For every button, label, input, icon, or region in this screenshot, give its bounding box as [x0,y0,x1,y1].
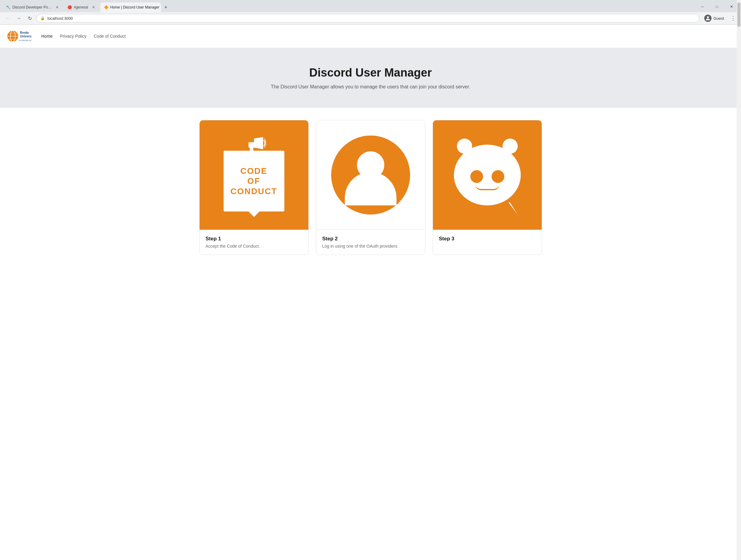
tab-1[interactable]: 🔧 Discord Developer Portal — My / ✕ [2,2,63,12]
card-2-step: Step 2 [322,236,419,242]
window-controls: ─ □ ✕ [695,2,739,12]
card-3-body: Step 3 [433,230,542,250]
tab-3[interactable]: 🔶 Home | Discord User Manager ✕ [100,2,161,12]
lock-icon: 🔒 [41,16,45,20]
cards-section: CODE OF CONDUCT Step 1 Accept the Code o… [0,108,741,267]
hero-title: Discord User Manager [6,66,735,79]
svg-rect-9 [249,142,255,148]
coc-illustration: CODE OF CONDUCT [200,120,309,230]
tab-2-favicon: 🔴 [67,5,72,9]
card-3: Step 3 [432,120,542,255]
page-content: Breda University OF APPLIED SCIENCES Hom… [0,24,741,267]
tab-1-label: Discord Developer Portal — My / [12,5,52,9]
tab-3-label: Home | Discord User Manager [110,5,159,9]
scrollbar-thumb[interactable] [737,2,740,27]
discord-right-eye [491,170,504,183]
refresh-button[interactable]: ↻ [25,14,34,22]
nav-link-code-of-conduct[interactable]: Code of Conduct [94,34,126,39]
new-tab-button[interactable]: + [161,3,170,11]
nav-links: Home Privacy Policy Code of Conduct [41,34,126,39]
back-button[interactable]: ← [4,14,12,22]
scrollbar[interactable] [737,0,741,267]
card-1: CODE OF CONDUCT Step 1 Accept the Code o… [199,120,309,255]
browser-chrome: 🔧 Discord Developer Portal — My / ✕ 🔴 #g… [0,0,741,24]
minimize-button[interactable]: ─ [695,2,710,11]
tab-3-favicon: 🔶 [104,5,109,9]
tab-bar: 🔧 Discord Developer Portal — My / ✕ 🔴 #g… [0,0,741,12]
svg-text:University: University [20,35,31,38]
hero-subtitle: The Discord User Manager allows you to m… [6,84,735,89]
tab-1-favicon: 🔧 [6,5,11,9]
user-body [345,172,397,205]
svg-marker-8 [254,137,263,149]
card-1-desc: Accept the Code of Conduct. [206,244,302,249]
profile-name: Guest [713,16,724,21]
address-bar: ← → ↻ 🔒 localhost:3000 Guest ⋮ [0,12,741,24]
user-circle [331,135,410,214]
profile-area[interactable]: Guest [702,14,726,22]
card-1-image: CODE OF CONDUCT [200,120,309,230]
card-1-body: Step 1 Accept the Code of Conduct. [200,230,309,255]
svg-text:OF APPLIED SCIENCES: OF APPLIED SCIENCES [19,40,31,41]
card-1-step: Step 1 [206,236,302,242]
hero-section: Discord User Manager The Discord User Ma… [0,48,741,108]
address-input-container[interactable]: 🔒 localhost:3000 [37,14,699,22]
forward-button[interactable]: → [15,14,23,22]
card-2-body: Step 2 Log in using one of the OAuth pro… [316,230,425,255]
nav-link-home[interactable]: Home [41,34,53,39]
tab-1-close[interactable]: ✕ [55,5,60,10]
navbar: Breda University OF APPLIED SCIENCES Hom… [0,24,741,48]
discord-mascot [454,145,521,205]
card-3-step: Step 3 [439,236,536,242]
card-3-image [433,120,542,230]
nav-link-privacy-policy[interactable]: Privacy Policy [60,34,86,39]
card-2: Step 2 Log in using one of the OAuth pro… [316,120,425,255]
logo-area: Breda University OF APPLIED SCIENCES [7,28,31,44]
discord-head [454,145,521,205]
browser-menu-button[interactable]: ⋮ [729,14,737,22]
coc-text: CODE OF CONDUCT [230,166,277,197]
discord-eyes [470,170,504,183]
tab-2-close[interactable]: ✕ [91,5,96,10]
discord-left-eye [470,170,483,183]
breda-logo-icon: Breda University OF APPLIED SCIENCES [7,28,31,44]
megaphone-icon [242,135,266,154]
card-2-desc: Log in using one of the OAuth providers. [322,244,419,249]
discord-smile [475,184,499,190]
maximize-button[interactable]: □ [710,2,724,11]
svg-rect-10 [250,148,253,151]
tab-2[interactable]: 🔴 #general ✕ [64,2,99,12]
svg-text:Breda: Breda [20,31,29,34]
profile-avatar [704,15,712,22]
tab-2-label: #general [74,5,88,9]
address-text: localhost:3000 [47,16,73,21]
discord-illustration [454,145,521,205]
document-notch [248,211,260,217]
card-2-image [316,120,425,230]
discord-tail [502,202,518,214]
